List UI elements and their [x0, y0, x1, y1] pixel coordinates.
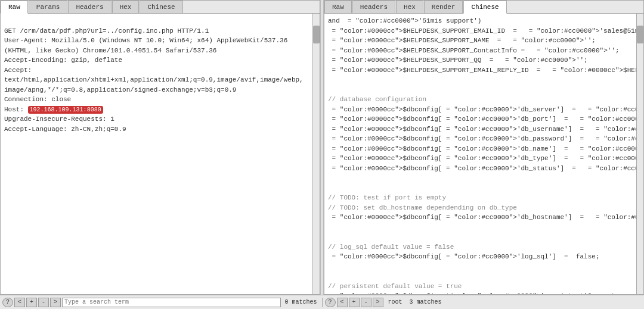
right-content: and = "color:#cc0000">'51mis support') =… [324, 14, 636, 294]
left-remove-button[interactable]: - [38, 298, 49, 307]
right-tab-headers[interactable]: Headers [352, 1, 395, 13]
right-add-button[interactable]: + [349, 298, 360, 307]
left-search-input[interactable] [62, 298, 281, 307]
main-container: Raw Params Headers Hex Chinese GET /crm/… [0, 0, 644, 295]
left-line-3: (KHTML, like Gecko) Chrome/101.0.4951.54… [4, 47, 216, 54]
left-line-9: Upgrade-Insecure-Requests: 1 [4, 116, 114, 123]
right-tab-render[interactable]: Render [424, 1, 463, 13]
right-remove-button[interactable]: - [361, 298, 371, 307]
left-help-button[interactable]: ? [2, 298, 13, 307]
right-scrollbar-thumb [637, 26, 643, 43]
right-next-button[interactable]: > [373, 298, 383, 307]
left-tab-raw[interactable]: Raw [1, 1, 28, 14]
bottom-bar: ? < + - > 0 matches ? < + - > root 3 mat… [0, 295, 644, 309]
bottom-right-section: ? < + - > root 3 matches [323, 298, 645, 307]
left-prev-button[interactable]: < [14, 298, 25, 307]
left-line-4: Accept-Encoding: gzip, deflate [4, 57, 122, 64]
host-value: 192.168.109.131:8080 [28, 106, 103, 114]
left-match-count: 0 matches [282, 299, 319, 305]
right-tab-raw[interactable]: Raw [324, 1, 352, 13]
left-line-10: Accept-Language: zh-CN,zh;q=0.9 [4, 126, 126, 133]
left-content: GET /crm/data/pdf.php?url=../config.inc.… [1, 14, 312, 294]
left-tab-params[interactable]: Params [29, 1, 68, 13]
bottom-left-section: ? < + - > 0 matches [0, 298, 323, 307]
right-tab-hex[interactable]: Hex [396, 1, 423, 13]
left-line-5: Accept: [4, 67, 32, 74]
left-tab-chinese[interactable]: Chinese [140, 1, 182, 13]
left-scrollbar[interactable] [312, 14, 320, 294]
right-tab-bar: Raw Headers Hex Render Chinese [324, 1, 643, 14]
right-panel-body: and = "color:#cc0000">'51mis support') =… [324, 14, 643, 294]
left-line-1: GET /crm/data/pdf.php?url=../config.inc.… [4, 27, 209, 35]
left-panel-body: GET /crm/data/pdf.php?url=../config.inc.… [1, 14, 320, 294]
left-line-7: image/apng,*/*;q=0.8,application/signed-… [4, 86, 236, 93]
right-scrollbar[interactable] [636, 14, 643, 294]
left-line-2: User-Agent: Mozilla/5.0 (Windows NT 10.0… [4, 37, 287, 44]
right-tab-chinese[interactable]: Chinese [463, 1, 506, 14]
left-tab-hex[interactable]: Hex [112, 1, 140, 13]
left-next-button[interactable]: > [50, 298, 61, 307]
left-scrollbar-thumb [313, 26, 320, 43]
right-status-text: root [385, 299, 406, 305]
left-line-8: Connection: close [4, 96, 71, 103]
left-tab-headers[interactable]: Headers [68, 1, 111, 13]
left-panel: Raw Params Headers Hex Chinese GET /crm/… [0, 0, 320, 295]
right-panel: Raw Headers Hex Render Chinese and = "co… [324, 0, 644, 295]
left-add-button[interactable]: + [26, 298, 37, 307]
right-help-button[interactable]: ? [325, 298, 336, 307]
left-line-host: Host: 192.168.109.131:8080 [4, 106, 103, 113]
left-tab-bar: Raw Params Headers Hex Chinese [1, 1, 320, 14]
left-line-6: text/html,application/xhtml+xml,applicat… [4, 76, 304, 83]
right-match-count: 3 matches [407, 299, 444, 305]
right-prev-button[interactable]: < [337, 298, 348, 307]
